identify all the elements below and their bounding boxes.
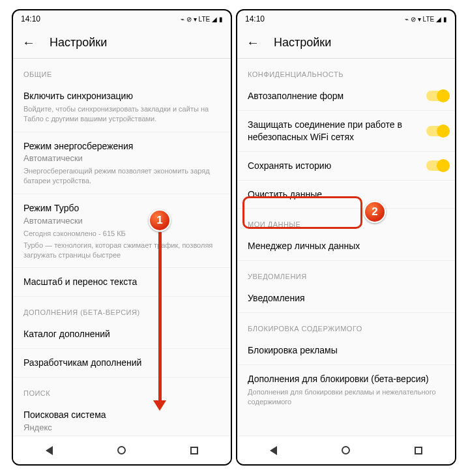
nav-back-icon[interactable] bbox=[46, 446, 53, 455]
annotation-arrow-head bbox=[153, 400, 166, 411]
setting-turbo[interactable]: Режим Турбо Автоматически Сегодня сэконо… bbox=[13, 194, 231, 268]
status-icons: ⌁ ⊘ ▾ LTE ◢ ▮ bbox=[181, 16, 223, 23]
phone-screen-right: 14:10 ⌁ ⊘ ▾ LTE ◢ ▮ ← Настройки КОНФИДЕН… bbox=[236, 9, 456, 466]
android-nav-bar bbox=[13, 436, 231, 464]
nav-home-icon[interactable] bbox=[342, 446, 350, 454]
annotation-marker-1: 1 bbox=[149, 209, 171, 231]
toggle-protect-wifi[interactable] bbox=[426, 126, 448, 136]
setting-autofill[interactable]: Автозаполнение форм bbox=[237, 82, 455, 111]
setting-save-history[interactable]: Сохранять историю bbox=[237, 152, 455, 181]
setting-addons-catalog[interactable]: Каталог дополнений bbox=[13, 320, 231, 349]
phone-screen-left: 14:10 ⌁ ⊘ ▾ LTE ◢ ▮ ← Настройки ОБЩИЕ Вк… bbox=[12, 9, 232, 466]
setting-personal-data-manager[interactable]: Менеджер личных данных bbox=[237, 232, 455, 261]
status-time: 14:10 bbox=[245, 14, 265, 23]
page-title: Настройки bbox=[274, 36, 331, 50]
section-content-blocking: БЛОКИРОВКА СОДЕРЖИМОГО bbox=[237, 313, 455, 336]
back-icon[interactable]: ← bbox=[245, 35, 261, 51]
setting-clear-data[interactable]: Очистить данные bbox=[237, 181, 455, 209]
section-mydata: МОИ ДАННЫЕ bbox=[237, 209, 455, 232]
status-bar: 14:10 ⌁ ⊘ ▾ LTE ◢ ▮ bbox=[13, 10, 231, 27]
toggle-save-history[interactable] bbox=[426, 160, 448, 171]
setting-search-engine[interactable]: Поисковая система Яндекс bbox=[13, 401, 231, 436]
section-addons: ДОПОЛНЕНИЯ (БЕТА-ВЕРСИЯ) bbox=[13, 297, 231, 320]
annotation-marker-2: 2 bbox=[364, 201, 386, 223]
setting-blocking-addons[interactable]: Дополнения для блокировки (бета-версия) … bbox=[237, 365, 455, 415]
settings-content[interactable]: КОНФИДЕНЦИАЛЬНОСТЬ Автозаполнение форм З… bbox=[237, 59, 455, 436]
setting-notifications[interactable]: Уведомления bbox=[237, 284, 455, 313]
android-nav-bar bbox=[237, 436, 455, 464]
setting-ad-blocking[interactable]: Блокировка рекламы bbox=[237, 336, 455, 365]
setting-protect-wifi[interactable]: Защищать соединение при работе в небезоп… bbox=[237, 111, 455, 152]
setting-addons-devs[interactable]: Разработчикам дополнений bbox=[13, 349, 231, 378]
status-time: 14:10 bbox=[21, 14, 40, 23]
annotation-arrow-line bbox=[158, 232, 162, 404]
section-general: ОБЩИЕ bbox=[13, 59, 231, 82]
section-notifications: УВЕДОМЛЕНИЯ bbox=[237, 261, 455, 284]
nav-home-icon[interactable] bbox=[117, 446, 126, 454]
app-header: ← Настройки bbox=[237, 27, 455, 59]
section-search: ПОИСК bbox=[13, 378, 231, 401]
nav-recent-icon[interactable] bbox=[415, 447, 422, 454]
nav-back-icon[interactable] bbox=[270, 446, 277, 455]
app-header: ← Настройки bbox=[13, 27, 231, 59]
setting-scale-text[interactable]: Масштаб и перенос текста bbox=[13, 268, 231, 297]
settings-content[interactable]: ОБЩИЕ Включить синхронизацию Войдите, чт… bbox=[13, 59, 231, 436]
nav-recent-icon[interactable] bbox=[190, 447, 198, 454]
back-icon[interactable]: ← bbox=[21, 35, 37, 51]
status-icons: ⌁ ⊘ ▾ LTE ◢ ▮ bbox=[405, 16, 447, 23]
status-bar: 14:10 ⌁ ⊘ ▾ LTE ◢ ▮ bbox=[237, 10, 455, 27]
section-privacy: КОНФИДЕНЦИАЛЬНОСТЬ bbox=[237, 59, 455, 82]
page-title: Настройки bbox=[50, 36, 107, 50]
setting-sync[interactable]: Включить синхронизацию Войдите, чтобы си… bbox=[13, 82, 231, 132]
toggle-autofill[interactable] bbox=[426, 91, 448, 101]
setting-power-saving[interactable]: Режим энергосбережения Автоматически Эне… bbox=[13, 132, 231, 194]
